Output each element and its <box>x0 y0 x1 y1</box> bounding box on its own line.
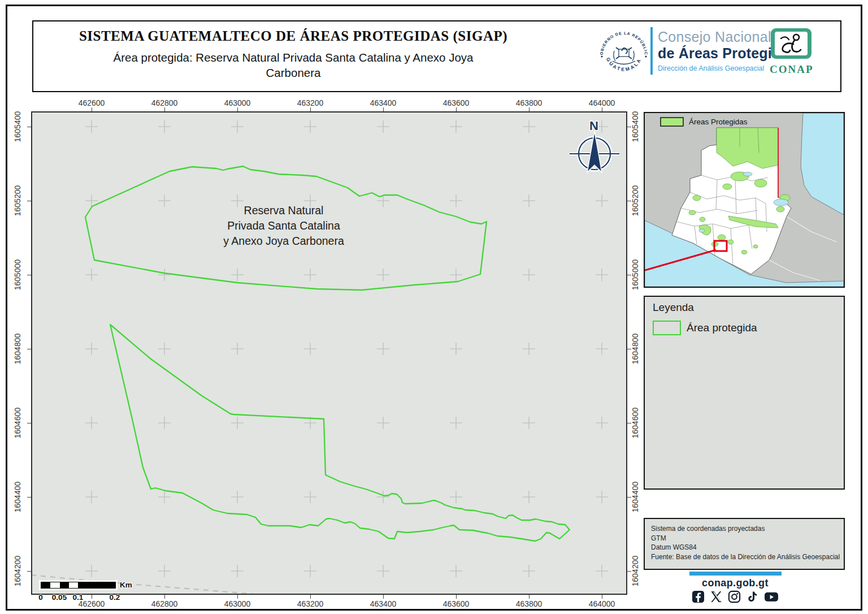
y-axis-tick <box>27 423 31 423</box>
inset-legend-swatch <box>661 118 683 126</box>
wordmark-line1: Consejo Nacional <box>658 29 771 45</box>
x-axis-tick <box>164 107 165 111</box>
x-axis-tick <box>164 595 165 599</box>
info-line-datum: Datum WGS84 <box>651 543 840 552</box>
inset-legend-label: Áreas Protegidas <box>689 118 748 126</box>
legend-item-label: Área protegida <box>687 322 757 334</box>
footer-accent-bar <box>689 572 782 576</box>
facebook-icon[interactable] <box>692 590 705 603</box>
coordinate-info-box: Sistema de coordenadas proyectadas GTM D… <box>644 518 845 570</box>
main-map: N Reserva Natural Privada Santa Catalina… <box>31 111 627 595</box>
website-link[interactable]: conap.gob.gt <box>650 577 820 589</box>
x-axis-label: 463800 <box>504 599 554 608</box>
scale-label-0: 0 <box>38 593 43 602</box>
conap-monkey-icon <box>770 27 813 60</box>
y-axis-tick <box>27 349 31 349</box>
map-canvas: N <box>32 113 626 594</box>
y-axis-label: 1605000 <box>631 260 640 291</box>
legend-title: Leyenda <box>653 301 694 314</box>
page-title: SISTEMA GUATEMALTECO DE ÁREAS PROTEGIDAS… <box>33 28 553 44</box>
x-axis-label: 463400 <box>358 599 409 608</box>
conap-logo-text: CONAP <box>770 63 813 76</box>
protected-area-swatch <box>653 321 681 335</box>
y-axis-label: 1604200 <box>631 556 640 587</box>
x-icon[interactable] <box>710 590 723 603</box>
title-box: SISTEMA GUATEMALTECO DE ÁREAS PROTEGIDAS… <box>32 20 841 92</box>
y-axis-label: 1604400 <box>631 482 640 513</box>
x-axis-label: 462800 <box>139 599 190 608</box>
scale-bar-segments <box>41 582 116 589</box>
x-axis-tick <box>237 595 238 599</box>
info-line-gtm: GTM <box>651 534 840 543</box>
y-axis-label: 1604800 <box>631 334 640 365</box>
conap-logo: CONAP <box>770 27 813 76</box>
social-icons-row <box>650 590 820 603</box>
scale-unit-label: Km <box>120 581 132 589</box>
reserve-name-line2: Privada Santa Catalina <box>171 218 397 234</box>
youtube-icon[interactable] <box>764 590 779 603</box>
x-axis-label: 464000 <box>576 599 627 608</box>
reserve-name-label: Reserva Natural Privada Santa Catalina y… <box>171 203 397 249</box>
grid-crosses <box>85 120 608 577</box>
y-axis-label: 1605200 <box>13 185 22 217</box>
reserve-name-line3: y Anexo Joya Carbonera <box>171 234 397 249</box>
compass-n-label: N <box>589 119 598 133</box>
page-subtitle: Área protegida: Reserva Natural Privada … <box>87 50 500 80</box>
y-axis-label: 1604600 <box>13 408 22 439</box>
x-axis-label: 463600 <box>431 98 481 107</box>
x-axis-label: 463400 <box>358 98 409 107</box>
y-axis-tick <box>27 497 31 498</box>
map-sheet: SISTEMA GUATEMALTECO DE ÁREAS PROTEGIDAS… <box>0 0 868 614</box>
x-axis-tick <box>310 107 311 111</box>
legend-box: Leyenda Área protegida <box>644 296 845 490</box>
protected-area-polygon-south <box>110 325 570 541</box>
x-axis-tick <box>602 595 602 599</box>
inset-map-canvas: Áreas Protegidas <box>645 113 844 287</box>
x-axis-tick <box>529 595 530 599</box>
x-axis-label: 463000 <box>212 98 263 107</box>
y-axis-label: 1604800 <box>13 334 22 365</box>
seal-emblem <box>613 47 635 64</box>
scale-label-005: 0.05 <box>52 593 67 602</box>
info-line-source: Fuente: Base de datos de la Dirección de… <box>651 552 840 562</box>
x-axis-label: 463000 <box>212 599 263 608</box>
x-axis-tick <box>92 595 92 599</box>
brand-divider <box>650 27 653 75</box>
x-axis-tick <box>310 595 311 599</box>
tiktok-icon[interactable] <box>746 590 759 603</box>
instagram-icon[interactable] <box>728 590 741 603</box>
y-axis-label: 1604600 <box>631 408 640 439</box>
x-axis-label: 463600 <box>431 599 481 608</box>
y-axis-tick <box>27 571 31 572</box>
x-axis-label: 463200 <box>285 599 336 608</box>
x-axis-label: 463200 <box>285 98 336 107</box>
x-axis-tick <box>602 107 602 111</box>
x-axis-tick <box>456 595 457 599</box>
x-axis-label: 462600 <box>66 98 117 107</box>
y-axis-label: 1604200 <box>13 556 22 587</box>
x-axis-tick <box>456 107 457 111</box>
compass-rose: N <box>570 119 619 172</box>
guatemala-gov-seal-icon: GOBIERNO DE LA REPÚBLICA GUATEMALA <box>596 26 652 86</box>
info-line-projection: Sistema de coordenadas proyectadas <box>651 524 840 534</box>
y-axis-label: 1605400 <box>13 111 22 142</box>
y-axis-tick <box>27 127 31 127</box>
y-axis-tick <box>27 275 31 275</box>
x-axis-tick <box>529 107 530 111</box>
x-axis-label: 463800 <box>504 98 554 107</box>
x-axis-label: 462800 <box>139 98 190 107</box>
x-axis-tick <box>383 107 384 111</box>
reserve-name-line1: Reserva Natural <box>171 203 397 218</box>
x-axis-tick <box>237 107 238 111</box>
y-axis-label: 1605000 <box>13 260 22 291</box>
y-axis-tick <box>27 201 31 201</box>
x-axis-label: 464000 <box>576 98 627 107</box>
inset-locator-map: Áreas Protegidas <box>644 112 845 288</box>
x-axis-tick <box>383 595 384 599</box>
y-axis-label: 1605200 <box>631 185 640 217</box>
y-axis-label: 1605400 <box>631 111 640 142</box>
wordmark-line3: Dirección de Análisis Geoespacial <box>658 64 764 72</box>
x-axis-label: 462600 <box>66 599 117 608</box>
x-axis-tick <box>92 107 92 111</box>
y-axis-label: 1604400 <box>13 482 22 513</box>
